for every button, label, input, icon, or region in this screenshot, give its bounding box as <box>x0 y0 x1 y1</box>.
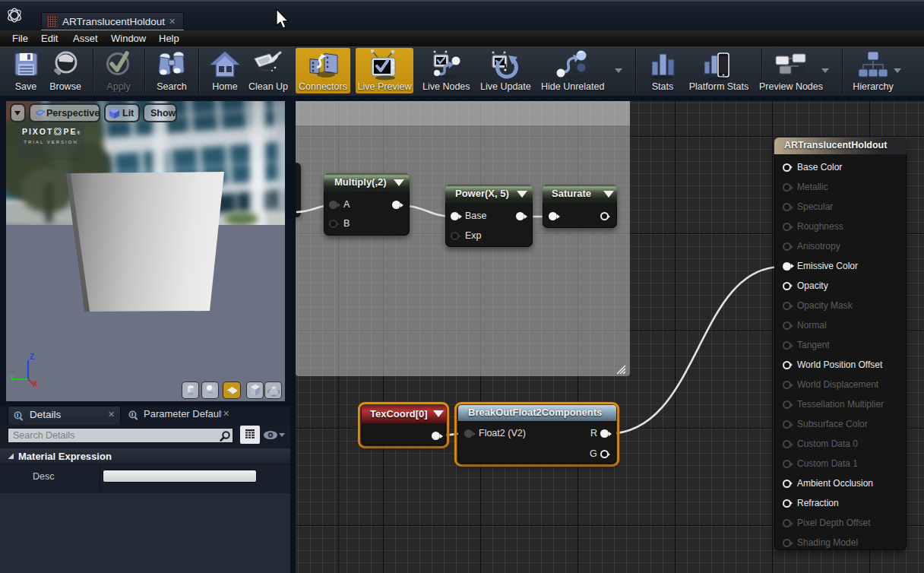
svg-text:i: i <box>131 411 133 418</box>
svg-text:Y: Y <box>10 375 15 383</box>
svg-text:i: i <box>17 412 18 419</box>
svg-text:X: X <box>33 380 38 388</box>
svg-text:Z: Z <box>30 353 34 361</box>
